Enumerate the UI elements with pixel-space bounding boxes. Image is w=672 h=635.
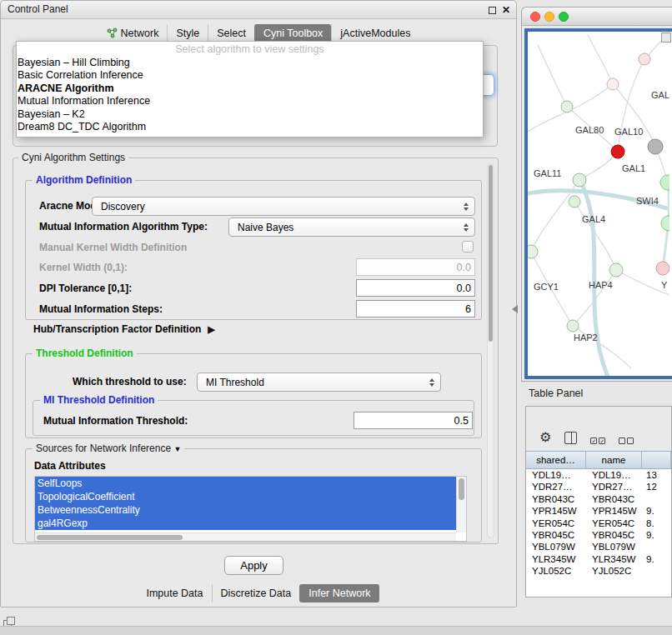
birdseye-toggle[interactable] [661, 32, 671, 42]
combobox-value: Discovery [101, 201, 145, 212]
network-node[interactable] [573, 173, 586, 187]
network-edge[interactable] [538, 45, 567, 107]
network-node[interactable] [561, 101, 573, 112]
expand-down-icon[interactable]: ▼ [173, 445, 181, 453]
table-cell: 9. [642, 553, 671, 565]
mac-minimize-button[interactable] [544, 12, 554, 22]
network-graph: GALGAL80GAL10GAL11GAL1SWI4GAL4GCY1HAP4YH… [528, 32, 669, 376]
control-panel-titlebar[interactable]: Control Panel ✕ [1, 1, 516, 19]
columns-icon[interactable] [564, 432, 577, 444]
dpi-tolerance-field[interactable] [356, 279, 475, 297]
float-window-icon[interactable] [489, 7, 496, 14]
data-attribute-item[interactable]: BetweennessCentrality [35, 503, 456, 517]
table-cell [642, 493, 671, 505]
list-vertical-scrollbar[interactable] [456, 477, 466, 532]
network-node[interactable] [611, 145, 624, 158]
aracne-mode-combobox[interactable]: Discovery [92, 197, 475, 216]
table-cell: YBR043C [526, 493, 586, 505]
bottom-tab-discretize-data[interactable]: Discretize Data [212, 584, 300, 602]
gear-icon[interactable]: ⚙ [539, 431, 551, 444]
collapse-right-icon[interactable]: ▶ [208, 324, 214, 335]
table-cell: YDL19… [586, 469, 642, 481]
table-row[interactable]: YPR145WYPR145W9. [526, 505, 671, 517]
tab-select[interactable]: Select [208, 24, 254, 42]
data-attribute-item[interactable]: SelfLoops [35, 477, 456, 490]
kernel-width-field[interactable] [356, 258, 475, 276]
algorithm-option[interactable]: Dream8 DC_TDC Algorithm [17, 121, 483, 133]
bottom-tab-impute-data[interactable]: Impute Data [138, 584, 211, 602]
network-window-titlebar[interactable] [522, 8, 672, 26]
settings-scrollbar[interactable] [487, 163, 494, 538]
table-cell [642, 541, 671, 552]
network-node[interactable] [639, 53, 650, 65]
table-cell: YPR145W [526, 505, 586, 517]
network-node[interactable] [567, 320, 579, 332]
table-row[interactable]: YBR045CYBR045C9. [526, 529, 671, 541]
select-all-checks-icon[interactable]: ✓ ✓ [590, 438, 605, 444]
tab-jactivemodules[interactable]: jActiveModules [331, 24, 419, 42]
algorithm-option[interactable]: Mutual Information Inference [17, 95, 483, 108]
column-header[interactable]: name [586, 452, 642, 468]
network-node[interactable] [656, 262, 669, 275]
tab-cyni-toolbox[interactable]: Cyni Toolbox [254, 24, 331, 42]
network-edge[interactable] [579, 152, 618, 180]
algorithm-option[interactable]: ARACNE Algorithm [17, 82, 483, 95]
mi-type-combobox[interactable]: Naive Bayes [228, 218, 475, 237]
panel-splitter-arrow-icon[interactable] [512, 305, 518, 313]
network-node[interactable] [648, 139, 663, 154]
manual-kernel-checkbox[interactable] [462, 241, 474, 252]
tab-label: Discretize Data [221, 588, 292, 599]
close-icon[interactable]: ✕ [502, 6, 510, 14]
table-cell: 12 [642, 481, 671, 492]
node-label: HAP2 [574, 332, 598, 342]
mac-zoom-button[interactable] [559, 12, 569, 22]
which-threshold-combobox[interactable]: MI Threshold [197, 372, 441, 392]
mi-steps-label: Mutual Information Steps: [39, 301, 163, 318]
table-row[interactable]: YER054CYER054C8. [526, 518, 671, 529]
mi-threshold-field[interactable] [354, 412, 473, 429]
hub-definition-section[interactable]: Hub/Transcription Factor Definition ▶ [33, 323, 215, 335]
network-node[interactable] [609, 263, 623, 277]
mac-close-button[interactable] [530, 12, 540, 22]
scrollbar-thumb[interactable] [459, 478, 464, 500]
tab-style[interactable]: Style [167, 24, 208, 42]
network-node[interactable] [660, 175, 669, 190]
tab-network[interactable]: Network [98, 24, 168, 42]
column-header[interactable]: shared… [526, 452, 586, 468]
algorithm-option[interactable]: Basic Correlation Inference [17, 69, 483, 82]
scrollbar-thumb[interactable] [37, 535, 183, 540]
network-canvas[interactable]: GALGAL80GAL10GAL11GAL1SWI4GAL4GCY1HAP4YH… [524, 28, 672, 379]
bottom-strip [0, 626, 672, 635]
apply-button[interactable]: Apply [224, 556, 283, 575]
table-row[interactable]: YDR27…YDR27…12 [526, 481, 671, 492]
network-edge[interactable] [613, 84, 655, 147]
deselect-all-checks-icon[interactable] [619, 438, 634, 444]
network-node[interactable] [528, 245, 538, 258]
network-edge[interactable] [588, 35, 613, 84]
column-header[interactable] [642, 452, 671, 468]
scrollbar-thumb[interactable] [489, 165, 493, 342]
algorithm-definition-group: Algorithm Definition Aracne Mode: Discov… [25, 180, 482, 320]
table-row[interactable]: YBR043CYBR043C [526, 493, 671, 505]
list-horizontal-scrollbar[interactable] [35, 532, 456, 541]
bottom-tab-infer-network[interactable]: Infer Network [299, 584, 379, 602]
table-cell: YBR043C [586, 493, 642, 505]
network-edge[interactable] [618, 59, 644, 152]
network-view-window: GALGAL80GAL10GAL11GAL1SWI4GAL4GCY1HAP4YH… [521, 7, 672, 382]
table-cell: YLR345W [586, 553, 642, 565]
network-node[interactable] [661, 216, 669, 231]
control-panel-window: Control Panel ✕ NetworkStyleSelectCyni T… [0, 0, 517, 608]
mi-steps-field[interactable] [356, 300, 475, 318]
data-attribute-item[interactable]: TopologicalCoefficient [35, 490, 456, 503]
table-row[interactable]: YLR345WYLR345W9. [526, 553, 671, 565]
table-row[interactable]: YBL079WYBL079W [526, 541, 671, 552]
algorithm-option[interactable]: Bayesian – Hill Climbing [17, 57, 483, 69]
data-attribute-item[interactable]: gal4RGexp [35, 517, 456, 530]
network-node[interactable] [607, 78, 619, 90]
table-row[interactable]: YDL19…YDL19…13 [526, 469, 671, 481]
checked-box-icon: ✓ [599, 438, 605, 444]
algorithm-option[interactable]: Bayesian – K2 [17, 108, 483, 121]
node-label: GAL10 [614, 127, 643, 137]
network-node[interactable] [569, 196, 580, 208]
table-row[interactable]: YJL052CYJL052C [526, 565, 671, 577]
